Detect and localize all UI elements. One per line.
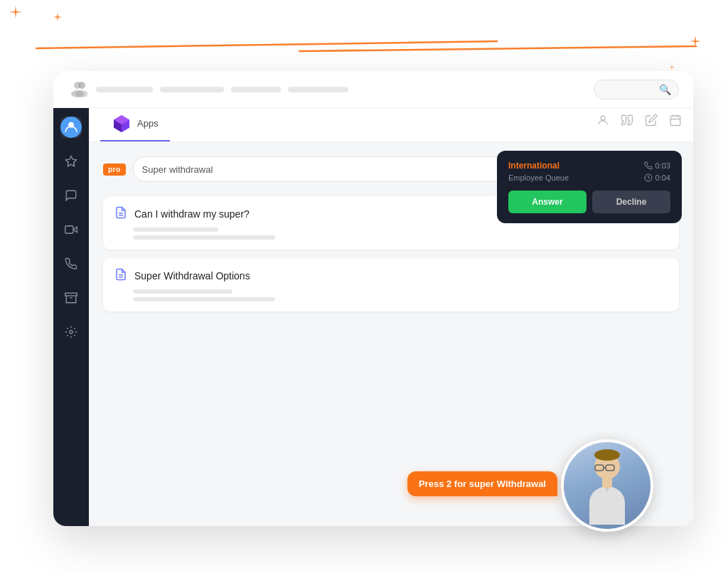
user-action-icon[interactable] bbox=[596, 114, 609, 129]
search-icon: 🔍 bbox=[659, 84, 671, 95]
result-card-2[interactable]: Super Withdrawal Options bbox=[103, 258, 679, 311]
sidebar-item-phone[interactable] bbox=[60, 253, 82, 274]
call-queue: Employee Queue 0:04 bbox=[508, 173, 670, 182]
doc-icon-1 bbox=[114, 206, 127, 222]
top-search-box[interactable]: 🔍 bbox=[594, 80, 679, 100]
edit-action-icon[interactable] bbox=[645, 114, 658, 129]
nav-pills bbox=[96, 87, 585, 92]
svg-marker-7 bbox=[66, 156, 77, 166]
svg-rect-9 bbox=[65, 226, 73, 234]
sidebar-item-settings[interactable] bbox=[60, 321, 82, 343]
sidebar-item-inbox[interactable] bbox=[60, 287, 82, 309]
action-icons bbox=[596, 114, 682, 129]
decline-button[interactable]: Decline bbox=[592, 191, 670, 213]
svg-point-13 bbox=[601, 116, 605, 120]
sidebar-item-chat[interactable] bbox=[60, 185, 82, 206]
cube-icon bbox=[112, 113, 132, 133]
tab-apps[interactable]: Apps bbox=[100, 108, 170, 141]
pro-badge: pro bbox=[103, 164, 126, 176]
call-time-2-label: 0:04 bbox=[655, 173, 670, 182]
nav-pill-2 bbox=[160, 87, 224, 92]
sidebar bbox=[53, 108, 89, 526]
svg-rect-14 bbox=[670, 116, 680, 126]
svg-line-0 bbox=[36, 41, 498, 48]
result-line bbox=[133, 235, 275, 240]
tab-bar: Apps bbox=[89, 108, 693, 142]
svg-rect-28 bbox=[602, 478, 612, 488]
app-logo bbox=[68, 78, 87, 101]
call-time-1-label: 0:03 bbox=[655, 161, 670, 170]
svg-line-1 bbox=[299, 46, 697, 51]
result-line bbox=[133, 297, 275, 301]
sidebar-item-user[interactable] bbox=[60, 117, 82, 138]
tab-apps-label: Apps bbox=[137, 118, 159, 129]
svg-point-27 bbox=[594, 449, 620, 461]
top-bar: 🔍 bbox=[53, 71, 693, 108]
sidebar-item-video[interactable] bbox=[60, 219, 82, 240]
svg-rect-10 bbox=[65, 293, 77, 296]
call-popup: International 0:03 Employee Queue bbox=[497, 151, 682, 223]
answer-button[interactable]: Answer bbox=[508, 191, 587, 213]
result-1-lines bbox=[114, 227, 668, 240]
call-header: International 0:03 bbox=[508, 161, 670, 171]
result-title-2: Super Withdrawal Options bbox=[114, 268, 668, 284]
call-time-2: 0:04 bbox=[644, 173, 670, 182]
svg-point-12 bbox=[70, 331, 73, 334]
user-avatar bbox=[60, 117, 82, 138]
call-queue-label: Employee Queue bbox=[508, 173, 569, 182]
result-2-lines bbox=[114, 289, 668, 301]
sidebar-item-favorites[interactable] bbox=[60, 151, 82, 172]
call-type: International bbox=[508, 161, 560, 171]
call-time-1: 0:03 bbox=[644, 161, 670, 171]
nav-pill-4 bbox=[288, 87, 348, 92]
speech-bubble: Press 2 for super Withdrawal bbox=[407, 471, 557, 496]
call-actions: Answer Decline bbox=[508, 191, 670, 213]
speech-bubble-text: Press 2 for super Withdrawal bbox=[419, 478, 546, 489]
doc-icon-2 bbox=[114, 268, 127, 284]
nav-pill-3 bbox=[231, 87, 281, 92]
avatar-circle bbox=[561, 439, 653, 532]
nav-pill-1 bbox=[96, 87, 153, 92]
result-line bbox=[133, 227, 218, 232]
result-line bbox=[133, 289, 232, 294]
result-1-title: Can I withdraw my super? bbox=[134, 208, 250, 220]
svg-marker-8 bbox=[73, 227, 77, 232]
quote-action-icon[interactable] bbox=[621, 114, 633, 129]
person-silhouette bbox=[575, 446, 639, 525]
svg-point-4 bbox=[78, 82, 85, 89]
calendar-action-icon[interactable] bbox=[669, 114, 682, 129]
result-2-title: Super Withdrawal Options bbox=[134, 270, 250, 282]
